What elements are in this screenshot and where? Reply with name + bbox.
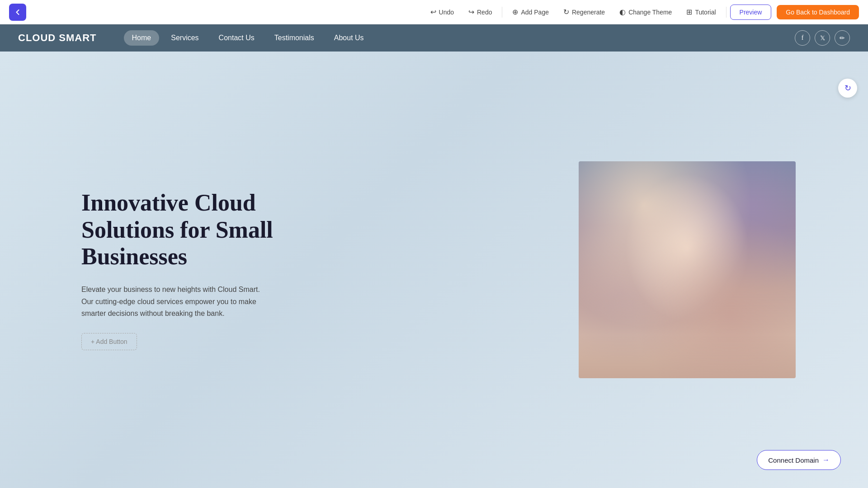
nav-link-testimonials[interactable]: Testimonials xyxy=(266,30,322,46)
add-page-icon: ⊕ xyxy=(512,8,518,16)
main-content: ↻ Innovative Cloud Solutions for Small B… xyxy=(0,52,868,488)
toolbar: ↩ Undo ↪ Redo ⊕ Add Page ↻ Regenerate ◐ … xyxy=(0,0,868,24)
change-theme-icon: ◐ xyxy=(619,8,626,16)
tutorial-icon: ⊞ xyxy=(686,8,692,16)
tutorial-label: Tutorial xyxy=(695,9,716,16)
connect-domain-label: Connect Domain xyxy=(768,456,819,464)
hero-title: Innovative Cloud Solutions for Small Bus… xyxy=(81,189,307,270)
nav-link-services[interactable]: Services xyxy=(163,30,207,46)
regenerate-icon: ↻ xyxy=(563,8,569,16)
connect-domain-arrow-icon: → xyxy=(822,456,830,464)
hero-image-container xyxy=(307,161,814,378)
change-theme-label: Change Theme xyxy=(628,9,672,16)
nav-link-home[interactable]: Home xyxy=(124,30,160,46)
hero-description: Elevate your business to new heights wit… xyxy=(81,284,271,319)
hero-image xyxy=(579,161,796,378)
refresh-button[interactable]: ↻ xyxy=(838,79,857,98)
toolbar-divider-2 xyxy=(726,7,726,18)
undo-icon: ↩ xyxy=(430,8,436,16)
add-page-button[interactable]: ⊕ Add Page xyxy=(506,5,555,19)
brand-logo: CLOUD SMART xyxy=(18,32,97,44)
add-button-cta[interactable]: + Add Button xyxy=(81,333,137,350)
twitter-icon[interactable]: 𝕏 xyxy=(815,30,830,46)
preview-button[interactable]: Preview xyxy=(730,5,772,20)
tutorial-button[interactable]: ⊞ Tutorial xyxy=(680,5,722,19)
dashboard-button[interactable]: Go Back to Dashboard xyxy=(777,5,859,19)
hero-text: Innovative Cloud Solutions for Small Bus… xyxy=(81,189,307,351)
add-page-label: Add Page xyxy=(521,9,549,16)
regenerate-button[interactable]: ↻ Regenerate xyxy=(557,5,611,19)
redo-label: Redo xyxy=(477,9,492,16)
nav-link-contact[interactable]: Contact Us xyxy=(211,30,263,46)
navbar-links: Home Services Contact Us Testimonials Ab… xyxy=(124,30,795,46)
nav-link-about[interactable]: About Us xyxy=(326,30,372,46)
edit-icon[interactable]: ✏ xyxy=(835,30,850,46)
change-theme-button[interactable]: ◐ Change Theme xyxy=(613,5,678,19)
undo-button[interactable]: ↩ Undo xyxy=(424,5,460,19)
regenerate-label: Regenerate xyxy=(572,9,605,16)
redo-icon: ↪ xyxy=(468,8,474,16)
redo-button[interactable]: ↪ Redo xyxy=(462,5,498,19)
navbar-social: f 𝕏 ✏ xyxy=(795,30,850,46)
refresh-icon: ↻ xyxy=(844,83,851,93)
toolbar-actions: ↩ Undo ↪ Redo ⊕ Add Page ↻ Regenerate ◐ … xyxy=(424,5,859,20)
cloud-background xyxy=(579,161,796,378)
connect-domain-button[interactable]: Connect Domain → xyxy=(757,450,841,470)
toolbar-divider-1 xyxy=(502,7,502,18)
navbar: CLOUD SMART Home Services Contact Us Tes… xyxy=(0,24,868,52)
facebook-icon[interactable]: f xyxy=(795,30,810,46)
undo-label: Undo xyxy=(439,9,454,16)
back-button[interactable] xyxy=(9,4,26,21)
